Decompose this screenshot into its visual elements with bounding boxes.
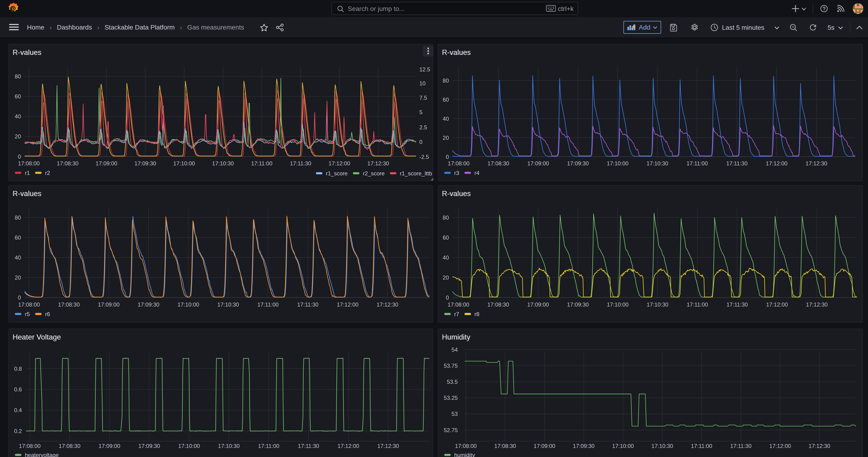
svg-text:7.5: 7.5 [420,95,427,101]
svg-text:17:09:00: 17:09:00 [98,301,120,308]
svg-text:17:12:00: 17:12:00 [769,443,791,449]
svg-text:17:11:00: 17:11:00 [258,443,279,449]
svg-text:17:10:00: 17:10:00 [173,160,195,166]
svg-text:40: 40 [14,113,21,120]
svg-text:17:09:00: 17:09:00 [527,160,549,166]
svg-text:17:11:00: 17:11:00 [691,443,712,449]
svg-text:17:09:00: 17:09:00 [96,160,117,166]
svg-text:20: 20 [14,133,21,140]
svg-text:17:10:00: 17:10:00 [178,443,200,449]
svg-text:17:12:00: 17:12:00 [766,301,788,308]
svg-text:17:12:00: 17:12:00 [766,160,787,166]
svg-text:20: 20 [443,274,449,281]
svg-text:r6: r6 [45,311,50,317]
svg-text:0: 0 [420,139,423,145]
svg-text:r1: r1 [25,170,30,176]
svg-text:17:08:00: 17:08:00 [448,160,469,166]
svg-text:r3: r3 [454,170,459,176]
svg-text:52.75: 52.75 [444,427,458,433]
svg-text:17:09:00: 17:09:00 [99,443,120,449]
svg-text:80: 80 [443,78,449,84]
svg-text:17:10:30: 17:10:30 [651,443,673,449]
svg-text:17:12:00: 17:12:00 [329,160,350,166]
svg-text:17:08:30: 17:08:30 [494,443,516,449]
svg-text:80: 80 [443,214,449,221]
svg-text:2.5: 2.5 [420,124,427,130]
svg-text:17:08:00: 17:08:00 [18,301,40,308]
svg-text:17:08:00: 17:08:00 [455,443,476,449]
svg-text:17:10:00: 17:10:00 [612,443,634,449]
svg-text:17:11:30: 17:11:30 [297,301,318,308]
svg-text:5: 5 [420,109,423,115]
svg-text:17:12:30: 17:12:30 [808,443,830,449]
svg-text:r1_score: r1_score [326,170,347,177]
svg-text:17:11:30: 17:11:30 [730,443,751,449]
svg-text:80: 80 [14,214,21,221]
svg-text:17:11:00: 17:11:00 [257,301,279,308]
svg-text:17:12:30: 17:12:30 [377,443,399,449]
svg-text:17:11:00: 17:11:00 [687,301,708,308]
svg-text:17:09:30: 17:09:30 [137,301,159,308]
svg-text:17:10:30: 17:10:30 [218,443,240,449]
svg-text:17:08:30: 17:08:30 [488,160,509,166]
svg-text:17:09:30: 17:09:30 [567,301,589,308]
svg-text:17:09:00: 17:09:00 [533,443,555,449]
svg-text:17:11:00: 17:11:00 [686,160,708,166]
svg-text:40: 40 [443,254,449,261]
svg-text:53.75: 53.75 [444,363,458,369]
svg-text:17:11:30: 17:11:30 [726,160,748,166]
svg-text:20: 20 [443,135,449,141]
svg-text:10: 10 [420,80,426,87]
svg-text:17:09:30: 17:09:30 [134,160,156,166]
svg-text:17:10:30: 17:10:30 [647,301,668,308]
svg-text:17:10:30: 17:10:30 [647,160,668,166]
svg-text:17:11:30: 17:11:30 [298,443,319,449]
svg-text:0.2: 0.2 [14,428,22,434]
svg-text:r2_score: r2_score [363,170,384,177]
svg-text:17:11:30: 17:11:30 [726,301,748,308]
svg-text:0: 0 [446,295,449,301]
svg-text:0: 0 [446,154,449,160]
svg-text:60: 60 [14,235,21,241]
svg-text:17:10:00: 17:10:00 [607,301,628,308]
svg-text:0.6: 0.6 [14,386,22,393]
svg-text:17:10:30: 17:10:30 [217,301,239,308]
svg-text:17:08:30: 17:08:30 [488,301,509,308]
svg-text:17:10:00: 17:10:00 [177,301,199,308]
svg-text:53.25: 53.25 [444,395,458,401]
svg-text:r2: r2 [45,170,50,176]
svg-text:humidity: humidity [454,452,475,457]
svg-text:17:11:30: 17:11:30 [290,160,311,166]
svg-text:17:12:00: 17:12:00 [337,301,359,308]
svg-text:17:08:00: 17:08:00 [447,301,469,308]
svg-text:17:08:30: 17:08:30 [58,301,80,308]
svg-text:-2.5: -2.5 [420,154,429,160]
svg-text:0.4: 0.4 [14,407,22,413]
svg-text:17:12:30: 17:12:30 [377,301,398,308]
svg-text:17:09:30: 17:09:30 [573,443,594,449]
svg-text:17:08:30: 17:08:30 [57,160,78,166]
svg-text:17:09:30: 17:09:30 [567,160,589,166]
svg-text:17:12:30: 17:12:30 [367,160,389,166]
svg-text:0.8: 0.8 [14,366,22,372]
svg-text:17:09:30: 17:09:30 [138,443,160,449]
svg-text:17:09:00: 17:09:00 [527,301,549,308]
svg-text:heatervoltage: heatervoltage [25,452,59,457]
svg-text:17:12:30: 17:12:30 [806,301,828,308]
svg-text:40: 40 [443,116,449,122]
svg-text:r7: r7 [454,311,459,317]
svg-text:17:10:30: 17:10:30 [212,160,234,166]
svg-text:17:08:00: 17:08:00 [19,443,40,449]
svg-text:12.5: 12.5 [420,66,430,72]
svg-text:0: 0 [18,153,21,160]
svg-text:17:11:00: 17:11:00 [251,160,273,166]
svg-text:17:08:00: 17:08:00 [18,160,39,166]
svg-text:60: 60 [14,93,21,99]
svg-text:17:12:30: 17:12:30 [805,160,827,166]
svg-text:r1_score_lttb: r1_score_lttb [400,170,432,177]
svg-text:80: 80 [14,73,21,80]
svg-text:60: 60 [443,96,449,103]
svg-text:20: 20 [14,274,21,281]
svg-text:53.5: 53.5 [447,378,458,385]
svg-text:54: 54 [452,346,458,353]
